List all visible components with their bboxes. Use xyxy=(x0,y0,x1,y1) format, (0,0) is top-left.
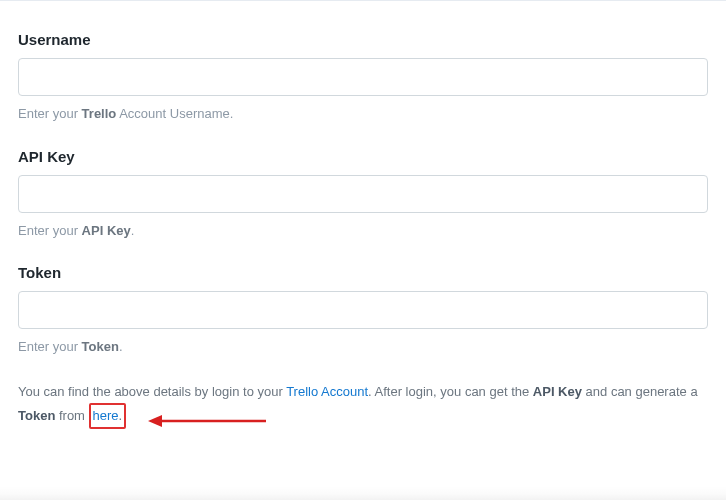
username-label: Username xyxy=(18,31,708,48)
help-text-part: Enter your xyxy=(18,339,82,354)
info-bold: Token xyxy=(18,408,55,423)
info-text: You can find the above details by login … xyxy=(18,381,708,429)
help-text-part: Enter your xyxy=(18,106,82,121)
help-text-bold: Trello xyxy=(82,106,117,121)
apikey-field-group: API Key Enter your API Key. xyxy=(18,148,708,241)
token-help: Enter your Token. xyxy=(18,337,708,357)
token-input[interactable] xyxy=(18,291,708,329)
token-field-group: Token Enter your Token. xyxy=(18,264,708,357)
help-text-part: Account Username. xyxy=(116,106,233,121)
username-help: Enter your Trello Account Username. xyxy=(18,104,708,124)
help-text-part: . xyxy=(119,339,123,354)
help-text-part: Enter your xyxy=(18,223,82,238)
info-part: from xyxy=(55,408,88,423)
token-label: Token xyxy=(18,264,708,281)
username-field-group: Username Enter your Trello Account Usern… xyxy=(18,31,708,124)
here-link-highlight: here. xyxy=(89,403,127,429)
footer-shadow xyxy=(0,486,726,500)
help-text-part: . xyxy=(131,223,135,238)
here-link[interactable]: here xyxy=(93,408,119,423)
username-input[interactable] xyxy=(18,58,708,96)
trello-account-link[interactable]: Trello Account xyxy=(286,384,368,399)
info-part: and can generate a xyxy=(582,384,698,399)
apikey-input[interactable] xyxy=(18,175,708,213)
info-part: . xyxy=(119,408,123,423)
info-part: . After login, you can get the xyxy=(368,384,533,399)
help-text-bold: API Key xyxy=(82,223,131,238)
help-text-bold: Token xyxy=(82,339,119,354)
info-part: You can find the above details by login … xyxy=(18,384,286,399)
info-bold: API Key xyxy=(533,384,582,399)
apikey-help: Enter your API Key. xyxy=(18,221,708,241)
apikey-label: API Key xyxy=(18,148,708,165)
form-container: Username Enter your Trello Account Usern… xyxy=(0,0,726,449)
